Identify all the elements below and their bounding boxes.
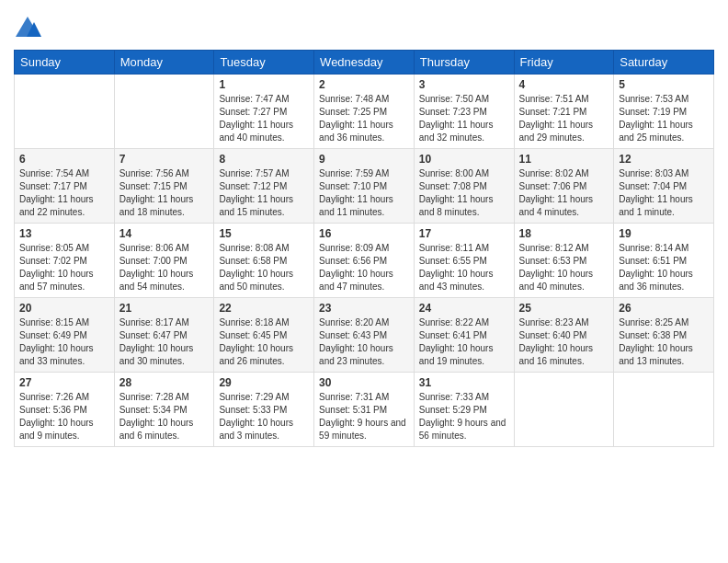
day-info: Sunrise: 7:31 AM Sunset: 5:31 PM Dayligh…	[319, 391, 409, 442]
calendar-cell: 15Sunrise: 8:08 AM Sunset: 6:58 PM Dayli…	[214, 224, 314, 298]
calendar-cell: 29Sunrise: 7:29 AM Sunset: 5:33 PM Dayli…	[214, 373, 314, 447]
day-info: Sunrise: 8:17 AM Sunset: 6:47 PM Dayligh…	[119, 316, 210, 368]
logo	[14, 15, 45, 42]
day-info: Sunrise: 7:28 AM Sunset: 5:34 PM Dayligh…	[119, 391, 210, 442]
day-info: Sunrise: 8:14 AM Sunset: 6:51 PM Dayligh…	[619, 242, 709, 293]
calendar-week-row: 20Sunrise: 8:15 AM Sunset: 6:49 PM Dayli…	[15, 298, 714, 373]
calendar-header-row: SundayMondayTuesdayWednesdayThursdayFrid…	[15, 51, 714, 75]
day-info: Sunrise: 8:02 AM Sunset: 7:06 PM Dayligh…	[519, 167, 609, 219]
day-number: 24	[419, 302, 509, 315]
day-number: 31	[419, 376, 509, 389]
day-info: Sunrise: 7:33 AM Sunset: 5:29 PM Dayligh…	[419, 391, 509, 442]
day-number: 7	[119, 153, 210, 166]
day-info: Sunrise: 8:15 AM Sunset: 6:49 PM Dayligh…	[19, 316, 109, 368]
day-info: Sunrise: 8:06 AM Sunset: 7:00 PM Dayligh…	[119, 242, 210, 293]
day-number: 25	[519, 302, 609, 315]
calendar-cell: 1Sunrise: 7:47 AM Sunset: 7:27 PM Daylig…	[214, 75, 314, 149]
day-info: Sunrise: 7:48 AM Sunset: 7:25 PM Dayligh…	[319, 93, 409, 144]
day-number: 12	[619, 153, 709, 166]
day-number: 17	[419, 227, 509, 240]
day-number: 5	[619, 78, 709, 91]
calendar-cell: 24Sunrise: 8:22 AM Sunset: 6:41 PM Dayli…	[414, 298, 514, 373]
calendar-cell	[114, 75, 214, 149]
day-info: Sunrise: 7:26 AM Sunset: 5:36 PM Dayligh…	[19, 391, 109, 442]
day-info: Sunrise: 8:18 AM Sunset: 6:45 PM Dayligh…	[219, 316, 309, 368]
calendar-cell: 26Sunrise: 8:25 AM Sunset: 6:38 PM Dayli…	[614, 298, 714, 373]
day-info: Sunrise: 8:09 AM Sunset: 6:56 PM Dayligh…	[319, 242, 409, 293]
calendar-week-row: 1Sunrise: 7:47 AM Sunset: 7:27 PM Daylig…	[15, 75, 714, 149]
day-info: Sunrise: 7:53 AM Sunset: 7:19 PM Dayligh…	[619, 93, 709, 144]
day-number: 20	[19, 302, 109, 315]
day-number: 14	[119, 227, 210, 240]
day-number: 9	[319, 153, 409, 166]
day-info: Sunrise: 7:57 AM Sunset: 7:12 PM Dayligh…	[219, 167, 309, 219]
calendar-cell: 18Sunrise: 8:12 AM Sunset: 6:53 PM Dayli…	[514, 224, 614, 298]
day-of-week-header: Sunday	[15, 51, 115, 75]
page: SundayMondayTuesdayWednesdayThursdayFrid…	[0, 0, 728, 563]
calendar-cell: 25Sunrise: 8:23 AM Sunset: 6:40 PM Dayli…	[514, 298, 614, 373]
day-info: Sunrise: 8:03 AM Sunset: 7:04 PM Dayligh…	[619, 167, 709, 219]
day-number: 23	[319, 302, 409, 315]
day-info: Sunrise: 7:29 AM Sunset: 5:33 PM Dayligh…	[219, 391, 309, 442]
day-info: Sunrise: 7:56 AM Sunset: 7:15 PM Dayligh…	[119, 167, 210, 219]
calendar-cell: 2Sunrise: 7:48 AM Sunset: 7:25 PM Daylig…	[314, 75, 415, 149]
day-of-week-header: Monday	[114, 51, 214, 75]
day-of-week-header: Saturday	[614, 51, 714, 75]
calendar-cell: 12Sunrise: 8:03 AM Sunset: 7:04 PM Dayli…	[614, 149, 714, 224]
day-number: 30	[319, 376, 409, 389]
day-number: 15	[219, 227, 309, 240]
calendar-cell: 8Sunrise: 7:57 AM Sunset: 7:12 PM Daylig…	[214, 149, 314, 224]
day-info: Sunrise: 8:08 AM Sunset: 6:58 PM Dayligh…	[219, 242, 309, 293]
calendar-cell	[15, 75, 115, 149]
calendar-cell	[614, 373, 714, 447]
day-number: 18	[519, 227, 609, 240]
day-info: Sunrise: 8:12 AM Sunset: 6:53 PM Dayligh…	[519, 242, 609, 293]
day-number: 16	[319, 227, 409, 240]
calendar-week-row: 13Sunrise: 8:05 AM Sunset: 7:02 PM Dayli…	[15, 224, 714, 298]
header	[14, 9, 714, 42]
day-info: Sunrise: 8:20 AM Sunset: 6:43 PM Dayligh…	[319, 316, 409, 368]
day-info: Sunrise: 8:23 AM Sunset: 6:40 PM Dayligh…	[519, 316, 609, 368]
day-info: Sunrise: 8:11 AM Sunset: 6:55 PM Dayligh…	[419, 242, 509, 293]
calendar-cell: 7Sunrise: 7:56 AM Sunset: 7:15 PM Daylig…	[114, 149, 214, 224]
calendar-cell: 28Sunrise: 7:28 AM Sunset: 5:34 PM Dayli…	[114, 373, 214, 447]
day-number: 8	[219, 153, 309, 166]
day-info: Sunrise: 7:50 AM Sunset: 7:23 PM Dayligh…	[419, 93, 509, 144]
day-number: 26	[619, 302, 709, 315]
calendar-week-row: 27Sunrise: 7:26 AM Sunset: 5:36 PM Dayli…	[15, 373, 714, 447]
day-number: 19	[619, 227, 709, 240]
day-info: Sunrise: 8:22 AM Sunset: 6:41 PM Dayligh…	[419, 316, 509, 368]
day-number: 2	[319, 78, 409, 91]
logo-icon	[14, 15, 41, 42]
calendar-cell: 19Sunrise: 8:14 AM Sunset: 6:51 PM Dayli…	[614, 224, 714, 298]
day-number: 10	[419, 153, 509, 166]
day-number: 4	[519, 78, 609, 91]
calendar-cell	[514, 373, 614, 447]
day-of-week-header: Friday	[514, 51, 614, 75]
day-of-week-header: Tuesday	[214, 51, 314, 75]
calendar-cell: 23Sunrise: 8:20 AM Sunset: 6:43 PM Dayli…	[314, 298, 415, 373]
day-info: Sunrise: 7:51 AM Sunset: 7:21 PM Dayligh…	[519, 93, 609, 144]
calendar-cell: 14Sunrise: 8:06 AM Sunset: 7:00 PM Dayli…	[114, 224, 214, 298]
day-number: 21	[119, 302, 210, 315]
day-number: 28	[119, 376, 210, 389]
day-number: 1	[219, 78, 309, 91]
day-number: 27	[19, 376, 109, 389]
calendar-cell: 5Sunrise: 7:53 AM Sunset: 7:19 PM Daylig…	[614, 75, 714, 149]
day-info: Sunrise: 8:05 AM Sunset: 7:02 PM Dayligh…	[19, 242, 109, 293]
day-of-week-header: Thursday	[414, 51, 514, 75]
calendar-cell: 21Sunrise: 8:17 AM Sunset: 6:47 PM Dayli…	[114, 298, 214, 373]
day-info: Sunrise: 7:59 AM Sunset: 7:10 PM Dayligh…	[319, 167, 409, 219]
day-info: Sunrise: 8:25 AM Sunset: 6:38 PM Dayligh…	[619, 316, 709, 368]
calendar-cell: 20Sunrise: 8:15 AM Sunset: 6:49 PM Dayli…	[15, 298, 115, 373]
calendar-cell: 4Sunrise: 7:51 AM Sunset: 7:21 PM Daylig…	[514, 75, 614, 149]
calendar-cell: 6Sunrise: 7:54 AM Sunset: 7:17 PM Daylig…	[15, 149, 115, 224]
day-number: 11	[519, 153, 609, 166]
day-of-week-header: Wednesday	[314, 51, 415, 75]
day-number: 13	[19, 227, 109, 240]
day-info: Sunrise: 8:00 AM Sunset: 7:08 PM Dayligh…	[419, 167, 509, 219]
calendar: SundayMondayTuesdayWednesdayThursdayFrid…	[14, 50, 714, 447]
calendar-cell: 9Sunrise: 7:59 AM Sunset: 7:10 PM Daylig…	[314, 149, 415, 224]
calendar-cell: 17Sunrise: 8:11 AM Sunset: 6:55 PM Dayli…	[414, 224, 514, 298]
calendar-cell: 16Sunrise: 8:09 AM Sunset: 6:56 PM Dayli…	[314, 224, 415, 298]
